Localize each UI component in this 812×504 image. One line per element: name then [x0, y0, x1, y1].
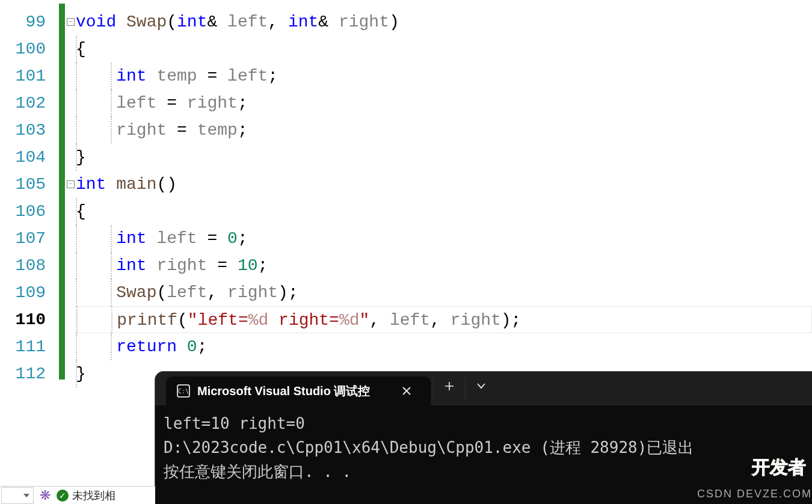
code-line[interactable]: Swap(left, right); — [76, 279, 812, 306]
watermark-text: CSDN DEVZE.COM — [697, 488, 812, 500]
terminal-icon: C:\ — [177, 384, 190, 398]
fold-column[interactable]: − − — [65, 0, 76, 504]
code-line[interactable]: } — [76, 144, 812, 171]
console-line: D:\2023code.c\Cpp01\x64\Debug\Cpp01.exe … — [164, 438, 694, 456]
watermark: 开发者 — [752, 455, 806, 480]
copilot-icon[interactable]: ❋ — [40, 488, 51, 503]
line-number: 104 — [0, 144, 54, 171]
line-number: 109 — [0, 279, 54, 306]
console-tab[interactable]: C:\ Microsoft Visual Studio 调试控 — [166, 376, 431, 405]
line-number: 112 — [0, 360, 54, 387]
line-number-current: 110 — [0, 306, 54, 333]
line-number: 107 — [0, 225, 54, 252]
line-number: 101 — [0, 63, 54, 90]
margin-strip — [54, 0, 59, 504]
fold-toggle-icon[interactable]: − — [67, 180, 75, 188]
code-line[interactable]: { — [76, 35, 812, 63]
tab-dropdown-button[interactable] — [468, 372, 494, 401]
code-line-current[interactable]: printf("left=%d right=%d", left, right); — [76, 306, 812, 333]
status-dropdown[interactable] — [1, 487, 34, 504]
tab-separator — [433, 378, 434, 399]
code-line[interactable]: left = right; — [76, 90, 812, 117]
fold-toggle-icon[interactable]: − — [67, 18, 75, 26]
line-number: 111 — [0, 333, 54, 360]
code-line[interactable]: int left = 0; — [76, 225, 812, 252]
line-number: 105 — [0, 171, 54, 198]
line-number: 100 — [0, 35, 54, 63]
line-number: 102 — [0, 90, 54, 117]
code-line[interactable]: return 0; — [76, 333, 812, 360]
console-line: 按任意键关闭此窗口. . . — [164, 463, 361, 481]
debug-console-window[interactable]: C:\ Microsoft Visual Studio 调试控 left=10 … — [155, 372, 812, 504]
code-line[interactable]: { — [76, 198, 812, 225]
new-tab-button[interactable] — [436, 372, 463, 401]
status-text: 未找到相 — [72, 488, 115, 503]
close-icon[interactable] — [393, 376, 420, 405]
change-indicator-bar — [59, 4, 65, 380]
line-number: 106 — [0, 198, 54, 225]
tab-separator — [465, 378, 466, 399]
code-line[interactable]: void Swap(int& left, int& right) — [76, 8, 812, 35]
check-icon: ✓ — [57, 490, 69, 502]
code-line[interactable]: int main() — [76, 171, 812, 198]
line-number: 103 — [0, 117, 54, 144]
status-bar[interactable]: ❋ ✓ 未找到相 — [0, 486, 155, 504]
line-number: 99 — [0, 8, 54, 35]
line-number-gutter: 99 100 101 102 103 104 105 106 107 108 1… — [0, 0, 54, 504]
code-line[interactable]: right = temp; — [76, 117, 812, 144]
console-line: left=10 right=0 — [164, 414, 305, 432]
console-tab-title: Microsoft Visual Studio 调试控 — [197, 383, 386, 399]
console-tabbar[interactable]: C:\ Microsoft Visual Studio 调试控 — [155, 372, 812, 405]
console-output[interactable]: left=10 right=0 D:\2023code.c\Cpp01\x64\… — [155, 405, 812, 490]
line-number: 108 — [0, 252, 54, 279]
code-line[interactable]: int temp = left; — [76, 63, 812, 90]
code-line[interactable]: int right = 10; — [76, 252, 812, 279]
